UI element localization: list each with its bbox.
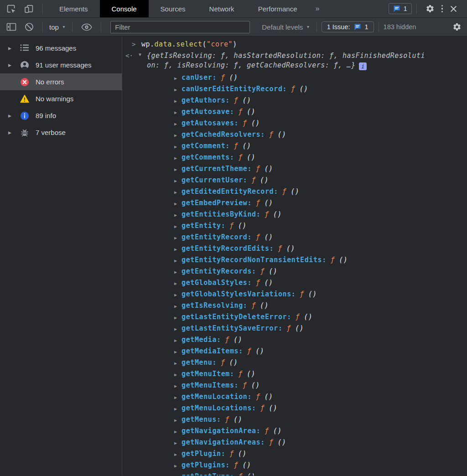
object-property-row[interactable]: ▶getMediaItems:ƒ(): [147, 346, 467, 357]
chevron-right-icon[interactable]: ▶: [174, 186, 182, 198]
tab-elements[interactable]: Elements: [47, 0, 100, 17]
chevron-right-icon[interactable]: ▶: [174, 118, 182, 129]
object-property-row[interactable]: ▶getNavigationArea:ƒ(): [147, 425, 467, 437]
chevron-right-icon[interactable]: ▶: [174, 312, 182, 323]
chevron-right-icon[interactable]: ▶: [174, 357, 182, 369]
chevron-right-icon[interactable]: ▶: [174, 460, 182, 471]
object-property-row[interactable]: ▶getGlobalStylesVariations:ƒ(): [147, 289, 467, 300]
object-property-row[interactable]: ▶getMenu:ƒ(): [147, 357, 467, 368]
sidebar-item-all-messages[interactable]: ▶ 96 messages: [0, 40, 122, 57]
chevron-right-icon[interactable]: ▶: [8, 130, 20, 135]
chevron-right-icon[interactable]: ▶: [174, 300, 182, 312]
chevron-right-icon[interactable]: ▶: [174, 141, 182, 152]
console-log-area[interactable]: > wp.data.select("core") <· ▼ {getIsReso…: [122, 36, 467, 476]
chevron-right-icon[interactable]: ▶: [174, 175, 182, 186]
execution-context-selector[interactable]: top ▼: [47, 23, 67, 31]
more-options-button[interactable]: [439, 5, 446, 13]
chevron-right-icon[interactable]: ▶: [174, 84, 182, 95]
create-live-expression-button[interactable]: [77, 23, 96, 31]
object-property-row[interactable]: ▶getEmbedPreview:ƒ(): [147, 197, 467, 209]
chevron-right-icon[interactable]: ▶: [174, 392, 182, 403]
sidebar-item-warnings[interactable]: No warnings: [0, 90, 122, 107]
console-settings-button[interactable]: [448, 22, 467, 31]
object-property-row[interactable]: ▶getComments:ƒ(): [147, 152, 467, 163]
object-property-row[interactable]: ▶canUser:ƒ(): [147, 72, 467, 83]
object-property-row[interactable]: ▶getGlobalStyles:ƒ(): [147, 277, 467, 289]
chevron-right-icon[interactable]: ▶: [174, 346, 182, 357]
chevron-right-icon[interactable]: ▶: [8, 46, 20, 51]
chevron-right-icon[interactable]: ▶: [174, 129, 182, 141]
console-sidebar-toggle-button[interactable]: [0, 23, 21, 31]
issues-counter-button[interactable]: 1 Issue: 1: [322, 21, 374, 32]
object-property-row[interactable]: ▶canUserEditEntityRecord:ƒ(): [147, 83, 467, 95]
chevron-right-icon[interactable]: ▶: [174, 289, 182, 300]
clear-console-button[interactable]: [21, 22, 38, 31]
chevron-right-icon[interactable]: ▶: [174, 414, 182, 426]
object-property-row[interactable]: ▶getNavigationAreas:ƒ(): [147, 437, 467, 448]
chevron-right-icon[interactable]: ▶: [174, 335, 182, 346]
chevron-right-icon[interactable]: ▶: [174, 107, 182, 118]
chevron-right-icon[interactable]: ▶: [174, 437, 182, 449]
object-property-row[interactable]: ▶getEntity:ƒ(): [147, 220, 467, 232]
chevron-right-icon[interactable]: ▶: [174, 72, 182, 84]
sidebar-item-errors[interactable]: No errors: [0, 73, 122, 90]
chevron-right-icon[interactable]: ▶: [174, 209, 182, 221]
settings-button[interactable]: [421, 4, 439, 13]
object-property-row[interactable]: ▶getEntitiesByKind:ƒ(): [147, 209, 467, 220]
chevron-right-icon[interactable]: ▶: [8, 63, 20, 67]
chevron-right-icon[interactable]: ▶: [174, 164, 182, 175]
chevron-right-icon[interactable]: ▶: [174, 95, 182, 107]
sidebar-item-user-messages[interactable]: ▶ 91 user messages: [0, 57, 122, 73]
object-property-row[interactable]: ▶getMenus:ƒ(): [147, 414, 467, 425]
device-toolbar-button[interactable]: [20, 0, 38, 17]
sidebar-item-verbose[interactable]: ▶ 7 verbose: [0, 124, 122, 141]
sidebar-item-info[interactable]: ▶ 89 info: [0, 107, 122, 124]
object-property-row[interactable]: ▶getEntityRecords:ƒ(): [147, 266, 467, 277]
chevron-right-icon[interactable]: ▶: [174, 243, 182, 255]
object-property-row[interactable]: ▶getAutosave:ƒ(): [147, 106, 467, 118]
object-property-row[interactable]: ▶getCurrentTheme:ƒ(): [147, 163, 467, 175]
object-property-row[interactable]: ▶getMedia:ƒ(): [147, 334, 467, 346]
chevron-right-icon[interactable]: ▶: [174, 369, 182, 380]
object-property-row[interactable]: ▶getComment:ƒ(): [147, 140, 467, 152]
inspect-element-button[interactable]: [0, 0, 20, 17]
chevron-right-icon[interactable]: ▶: [8, 114, 20, 118]
object-property-row[interactable]: ▶getLastEntitySaveError:ƒ(): [147, 323, 467, 334]
chevron-down-icon[interactable]: ▼: [139, 52, 142, 57]
chevron-right-icon[interactable]: ▶: [174, 198, 182, 209]
object-property-row[interactable]: ▶getCurrentUser:ƒ(): [147, 175, 467, 186]
chevron-right-icon[interactable]: ▶: [174, 449, 182, 460]
object-property-row[interactable]: ▶getEntityRecordEdits:ƒ(): [147, 243, 467, 254]
object-property-row[interactable]: ▶getMenuLocations:ƒ(): [147, 403, 467, 414]
object-property-row[interactable]: ▶getEntityRecordNonTransientEdits:ƒ(): [147, 254, 467, 266]
filter-input[interactable]: [110, 21, 250, 33]
object-property-row[interactable]: ▶getMenuLocation:ƒ(): [147, 391, 467, 403]
object-property-row[interactable]: ▶getAuthors:ƒ(): [147, 95, 467, 106]
object-info-badge-icon[interactable]: i: [359, 62, 367, 70]
log-levels-selector[interactable]: Default levels ▼: [260, 23, 311, 31]
chevron-right-icon[interactable]: ▶: [174, 403, 182, 414]
chevron-right-icon[interactable]: ▶: [174, 266, 182, 278]
object-property-row[interactable]: ▶getPlugin:ƒ(): [147, 448, 467, 460]
chevron-right-icon[interactable]: ▶: [174, 152, 182, 164]
object-property-row[interactable]: ▶getPostType:ƒ(): [147, 471, 467, 476]
object-property-row[interactable]: ▶getEntityRecord:ƒ(): [147, 232, 467, 243]
object-property-row[interactable]: ▶getEditedEntityRecord:ƒ(): [147, 186, 467, 197]
object-property-row[interactable]: ▶getLastEntityDeleteError:ƒ(): [147, 311, 467, 323]
tab-console[interactable]: Console: [100, 0, 149, 17]
object-property-row[interactable]: ▶getAutosaves:ƒ(): [147, 118, 467, 129]
tab-sources[interactable]: Sources: [149, 0, 197, 17]
object-property-row[interactable]: ▶getCachedResolvers:ƒ(): [147, 129, 467, 140]
object-property-row[interactable]: ▶getIsResolving:ƒ(): [147, 300, 467, 311]
chevron-right-icon[interactable]: ▶: [174, 380, 182, 392]
chevron-right-icon[interactable]: ▶: [174, 323, 182, 335]
chevron-right-icon[interactable]: ▶: [174, 278, 182, 289]
more-tabs-button[interactable]: »: [309, 0, 326, 17]
chevron-right-icon[interactable]: ▶: [174, 255, 182, 266]
object-property-row[interactable]: ▶getMenuItems:ƒ(): [147, 380, 467, 391]
tab-performance[interactable]: Performance: [246, 0, 309, 17]
chevron-right-icon[interactable]: ▶: [174, 232, 182, 243]
close-devtools-button[interactable]: [446, 5, 462, 13]
tab-network[interactable]: Network: [197, 0, 246, 17]
object-property-row[interactable]: ▶getPlugins:ƒ(): [147, 460, 467, 471]
